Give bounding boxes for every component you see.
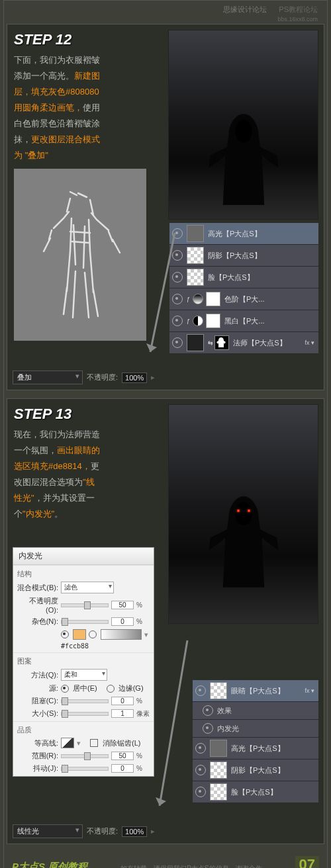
step12-sketch [14,169,146,341]
fx-size-value[interactable]: 1 [111,709,134,718]
layer-shadow-13[interactable]: 阴影【P大点S】 [193,760,318,781]
step13-panel: STEP 13 现在，我们为法师营造 一个氛围，画出眼睛的 选区填充#de881… [7,398,324,844]
inner-glow-panel: 内发光 结构 混合模式(B): 滤色 不透明度(O): 50 % 杂色(N): … [13,547,154,777]
visibility-icon[interactable] [172,337,183,348]
blend-mode-select[interactable]: 线性光 [13,824,83,838]
visibility-icon[interactable] [195,765,206,775]
step13-preview-image [168,404,318,624]
layer-face[interactable]: 脸【P大点S】 [169,267,318,288]
antialias-checkbox[interactable] [90,739,98,747]
fx-opacity-value[interactable]: 50 [111,601,134,609]
visibility-icon[interactable] [172,294,183,304]
blend-mode-select[interactable]: 叠加 [13,370,83,384]
step12-panel: STEP 12 下面，我们为衣服褶皱 添加一个高光。新建图 层，填充灰色#808… [7,24,324,390]
fx-range-value[interactable]: 50 [111,752,134,760]
step12-preview-image [168,30,318,220]
levels-adj-icon [193,294,203,304]
svg-marker-2 [146,343,157,352]
layer-face-13[interactable]: 脸【P大点S】 [193,781,318,803]
step13-blend-controls: 线性光 不透明度: 100% ▸ [10,824,158,838]
bw-adj-icon [193,316,203,326]
fx-icon[interactable]: fx ▾ [305,687,314,694]
visibility-icon[interactable] [172,272,183,282]
opacity-input[interactable]: 100% [122,372,147,383]
visibility-icon[interactable] [203,723,213,734]
gradient-picker[interactable] [101,629,142,640]
visibility-icon[interactable] [172,228,183,239]
opacity-input[interactable]: 100% [122,826,147,837]
layer-eyes[interactable]: 眼睛【P大点S】 fx ▾ [193,680,318,702]
svg-line-4 [160,640,187,806]
fx-noise-value[interactable]: 0 [111,617,134,626]
gradient-radio[interactable] [89,630,97,638]
fx-noise-slider[interactable] [61,620,109,624]
fx-panel-title: 内发光 [13,548,154,565]
layer-highlight-13[interactable]: 高光【P大点S】 [193,738,318,760]
visibility-icon[interactable] [195,787,206,797]
source-center-radio[interactable] [61,685,69,693]
visibility-icon[interactable] [195,685,206,696]
visibility-icon[interactable] [195,743,206,754]
page-number: 07 [295,856,319,868]
fx-blend-mode[interactable]: 滤色 [61,582,114,593]
fx-choke-value[interactable]: 0 [111,697,134,705]
layer-shadow[interactable]: 阴影【P大点S】 [169,245,318,267]
fx-size-slider[interactable] [61,712,109,716]
fx-method[interactable]: 柔和 [61,669,107,681]
step12-layers-panel: 高光【P大点S】 阴影【P大点S】 脸【P大点S】 ƒ 色阶【P大... [169,223,318,354]
page-footer: P大点S 原创教程 如有转载，请保留我们P大点S的信息，谢谢合作 07 [7,852,324,868]
fx-opacity-slider[interactable] [61,603,109,607]
fx-icon[interactable]: fx ▾ [305,339,314,346]
step12-blend-controls: 叠加 不透明度: 100% ▸ [10,370,158,384]
layer-levels[interactable]: ƒ 色阶【P大... [169,288,318,310]
footer-brand: P大点S 原创教程 [12,861,87,868]
fx-jitter-slider[interactable] [61,767,109,771]
footer-note: 如有转载，请保留我们P大点S的信息，谢谢合作 [120,864,261,868]
layer-wizard[interactable]: ⇆ 法师【P大点S】 fx ▾ [169,332,318,354]
color-swatch[interactable] [73,629,86,640]
header-watermark: 思缘设计论坛 PS教程论坛 bbs.16xx8.com [7,3,324,24]
step13-description: 现在，我们为法师营造 一个氛围，画出眼睛的 选区填充#de8814，更 改图层混… [11,427,149,522]
source-edge-radio[interactable] [107,685,115,693]
color-radio[interactable] [61,630,69,638]
svg-point-3 [235,502,252,525]
svg-point-0 [235,120,252,143]
layer-bw[interactable]: ƒ 黑白【P大... [169,310,318,332]
layer-highlight[interactable]: 高光【P大点S】 [169,223,318,245]
fx-range-slider[interactable] [61,754,109,758]
arrow-icon [154,637,191,816]
fx-choke-slider[interactable] [61,699,109,703]
contour-picker[interactable] [61,738,74,748]
visibility-icon[interactable] [172,316,183,326]
visibility-icon[interactable] [203,705,213,716]
svg-marker-5 [156,797,166,806]
color-hex: #fccb88 [61,642,89,650]
layer-fx-innerglow[interactable]: 内发光 [193,720,318,738]
step12-description: 下面，我们为衣服褶皱 添加一个高光。新建图 层，填充灰色#808080 用圆角柔… [11,52,149,163]
visibility-icon[interactable] [172,250,183,261]
layer-fx-effects[interactable]: 效果 [193,702,318,720]
step13-layers-panel: 眼睛【P大点S】 fx ▾ 效果 内发光 高光【P大点S】 阴影【P大点S】 [193,680,318,803]
fx-jitter-value[interactable]: 0 [111,764,134,773]
glowing-eyes [237,509,250,512]
